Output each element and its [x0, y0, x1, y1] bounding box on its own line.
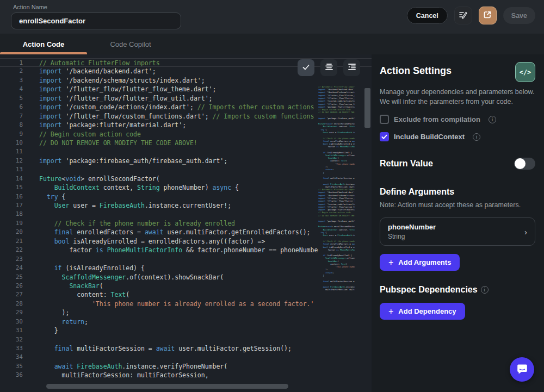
panel-description-line1: Manage your dependencies and parameters …	[380, 87, 535, 97]
line-number: 32	[0, 335, 23, 344]
line-number: 36	[0, 371, 23, 379]
save-button[interactable]: Save	[503, 7, 535, 24]
line-number: 20	[0, 228, 23, 237]
editor-horizontal-scrollbar[interactable]	[0, 384, 316, 389]
code-line[interactable]: 29);	[0, 308, 372, 317]
argument-name: phoneNumber	[388, 223, 436, 231]
code-line[interactable]: 14Future<void> enrollSecondFactor(	[0, 175, 372, 183]
code-line[interactable]: 16try {	[0, 192, 372, 201]
line-number: 19	[0, 219, 23, 228]
include-buildcontext-checkbox[interactable]	[380, 132, 389, 141]
panel-title: Action Settings	[380, 65, 452, 77]
line-number: 8	[0, 121, 23, 129]
code-line[interactable]: 17User user = FirebaseAuth.instance.curr…	[0, 201, 372, 210]
code-line[interactable]: 33final multiFactorSession = await user.…	[0, 344, 372, 353]
code-line[interactable]: 3import '/backend/schema/structs/index.d…	[0, 76, 372, 85]
include-buildcontext-row: Include BuildContext i	[380, 132, 535, 141]
info-icon[interactable]: i	[473, 133, 480, 141]
editor-vertical-scrollbar[interactable]	[364, 54, 372, 392]
exclude-compilation-row: Exclude from compilation i	[380, 115, 535, 124]
argument-card-phonenumber[interactable]: phoneNumber String ›	[380, 217, 535, 246]
line-number: 6	[0, 103, 23, 111]
panel-description-line2: We will infer the parameters from your c…	[380, 97, 535, 107]
info-icon[interactable]: i	[489, 116, 496, 123]
code-line[interactable]: 35await FirebaseAuth.instance.verifyPhon…	[0, 362, 372, 371]
code-line[interactable]: 9// Begin custom action code	[0, 130, 372, 139]
code-line[interactable]: 18	[0, 210, 372, 219]
code-line[interactable]: 4import '/flutter_flow/flutter_flow_them…	[0, 85, 372, 94]
toggle-knob	[515, 158, 526, 169]
code-line[interactable]: 24if (isAlreadyEnrolled) {	[0, 264, 372, 272]
tab-action-code[interactable]: Action Code	[0, 34, 87, 54]
line-number: 31	[0, 326, 23, 335]
code-line[interactable]: 28'This phone number is already enrolled…	[0, 300, 372, 308]
line-number: 18	[0, 210, 23, 219]
check-icon	[302, 63, 310, 73]
info-icon[interactable]: i	[481, 286, 489, 294]
line-number: 16	[0, 192, 23, 201]
editor-minimap[interactable]: // Automatic FlutterFlow importsimport '…	[318, 85, 355, 360]
code-icon: </>	[520, 69, 531, 76]
line-number: 9	[0, 130, 23, 139]
analyze-code-button[interactable]	[298, 59, 314, 76]
code-line[interactable]: 22factor is PhoneMultiFactorInfo && fact…	[0, 246, 372, 254]
code-line[interactable]: 10// DO NOT REMOVE OR MODIFY THE CODE AB…	[0, 139, 372, 147]
view-code-button[interactable]: </>	[515, 62, 535, 82]
code-line[interactable]: 6import '/custom_code/actions/index.dart…	[0, 103, 372, 111]
line-number: 25	[0, 273, 23, 282]
pubspec-dependencies-title: Pubspec Dependencies	[380, 285, 478, 295]
code-line[interactable]: 8import 'package:flutter/material.dart';	[0, 121, 372, 129]
format-code-button[interactable]	[454, 7, 472, 24]
return-value-toggle[interactable]	[514, 158, 535, 170]
code-line[interactable]: 32	[0, 335, 372, 344]
code-lines: 1// Automatic FlutterFlow imports2import…	[0, 54, 372, 380]
code-line[interactable]: 7import '/flutter_flow/custom_functions.…	[0, 112, 372, 121]
code-line[interactable]: 19// Check if the phone number is alread…	[0, 219, 372, 228]
add-dependency-button[interactable]: + Add Dependency	[380, 303, 465, 320]
line-number: 5	[0, 94, 23, 103]
vertical-scrollbar-thumb[interactable]	[364, 88, 370, 128]
code-line[interactable]: 11	[0, 147, 372, 156]
code-line[interactable]: 30return;	[0, 318, 372, 326]
open-external-button[interactable]	[479, 7, 497, 24]
define-arguments-title: Define Arguments	[380, 187, 535, 197]
code-editor[interactable]: 1// Automatic FlutterFlow imports2import…	[0, 54, 372, 392]
align-center-icon	[325, 63, 333, 73]
format-wand-icon	[459, 10, 468, 21]
line-number: 30	[0, 318, 23, 326]
line-number: 28	[0, 300, 23, 308]
chat-support-button[interactable]	[510, 357, 534, 382]
line-number: 29	[0, 308, 23, 317]
line-number: 13	[0, 165, 23, 174]
plus-icon: +	[388, 307, 393, 316]
code-line[interactable]: 15BuildContext context, String phoneNumb…	[0, 183, 372, 192]
code-line[interactable]: 27content: Text(	[0, 290, 372, 299]
code-line[interactable]: 20final enrolledFactors = await user.mul…	[0, 228, 372, 237]
indent-code-button[interactable]	[343, 59, 360, 76]
code-line[interactable]: 25ScaffoldMessenger.of(context).showSnac…	[0, 273, 372, 282]
line-number: 22	[0, 246, 23, 254]
code-line[interactable]: 36multiFactorSession: multiFactorSession…	[0, 371, 372, 379]
code-line[interactable]: 5import '/flutter_flow/flutter_flow_util…	[0, 94, 372, 103]
code-line[interactable]: 12import 'package:firebase_auth/firebase…	[0, 157, 372, 165]
line-number: 21	[0, 237, 23, 246]
code-line[interactable]: 23	[0, 255, 372, 264]
code-line[interactable]: 31}	[0, 326, 372, 335]
line-number: 24	[0, 264, 23, 272]
cancel-button[interactable]: Cancel	[407, 7, 448, 24]
code-line[interactable]: 26SnackBar(	[0, 282, 372, 290]
tab-code-copilot[interactable]: Code Copilot	[87, 34, 174, 54]
line-number: 7	[0, 112, 23, 121]
add-arguments-button[interactable]: + Add Arguments	[380, 254, 460, 271]
plus-icon: +	[388, 258, 393, 267]
action-name-input[interactable]	[11, 13, 181, 29]
horizontal-scrollbar-thumb[interactable]	[46, 384, 288, 389]
format-align-button[interactable]	[320, 59, 337, 76]
code-line[interactable]: 13	[0, 165, 372, 174]
code-line[interactable]: 34	[0, 353, 372, 362]
exclude-compilation-checkbox[interactable]	[380, 115, 389, 124]
code-line[interactable]: 21bool isAlreadyEnrolled = enrolledFacto…	[0, 237, 372, 246]
action-name-label: Action Name	[13, 4, 47, 10]
line-number: 15	[0, 183, 23, 192]
line-number: 10	[0, 139, 23, 147]
